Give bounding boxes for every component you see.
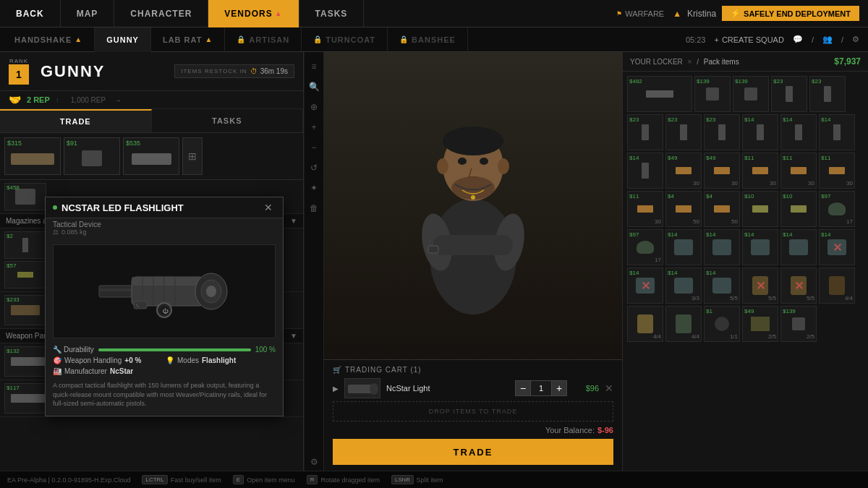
list-item[interactable]: $23 <box>771 76 807 112</box>
list-item[interactable]: $14 <box>665 229 702 265</box>
cart-remove-button[interactable]: ✕ <box>605 382 613 394</box>
list-item[interactable]: $91 <box>64 137 120 175</box>
list-item[interactable]: $23 <box>665 114 702 150</box>
stat-weapon-handling: 🎯 Weapon Handling +0 % <box>53 356 163 364</box>
tasks-button[interactable]: TASKS <box>299 0 365 27</box>
balance-label: Your Balance: <box>545 426 595 435</box>
list-item[interactable]: $482 <box>627 76 692 112</box>
list-item[interactable]: $23 <box>809 76 846 112</box>
list-item[interactable]: $11/1 <box>704 306 740 342</box>
qty-decrease-button[interactable]: − <box>515 380 531 396</box>
list-item[interactable]: 4/4 <box>819 267 855 304</box>
vendor-tab-handshake[interactable]: HANDSHAKE ▲ <box>3 27 95 52</box>
warfare-indicator: ⚑ WARFARE <box>616 9 664 18</box>
list-item[interactable]: $458 <box>4 183 46 210</box>
trade-button[interactable]: TRADE <box>333 439 613 465</box>
tool-move-button[interactable]: ✦ <box>305 179 323 197</box>
back-button[interactable]: BACK <box>0 0 61 27</box>
list-item[interactable]: $4930 <box>704 153 740 189</box>
list-item[interactable]: ✕ 5/5 <box>742 267 778 304</box>
svg-point-31 <box>370 383 378 395</box>
list-item[interactable]: $14 ✕ <box>819 229 855 265</box>
vendor-tab-banshee[interactable]: 🔒 BANSHEE <box>388 27 468 52</box>
tool-rotate-button[interactable]: ↺ <box>305 159 323 176</box>
cart-item-price: $96 <box>573 384 599 393</box>
list-item[interactable]: 4/4 <box>665 306 702 342</box>
cart-expand-icon[interactable]: ▶ <box>333 385 339 393</box>
grid-view-button[interactable]: ⊞ <box>182 137 203 175</box>
tool-bottom-button[interactable]: ⚙ <box>305 453 323 471</box>
vendor-tab-artisan[interactable]: 🔒 ARTISAN <box>225 27 302 52</box>
list-item[interactable]: $2 <box>4 231 46 259</box>
list-item[interactable]: $1130 <box>627 191 663 227</box>
list-item[interactable]: $450 <box>704 191 740 227</box>
time-display: 05:23 <box>686 35 706 44</box>
settings-icon[interactable]: ⚙ <box>852 35 859 44</box>
list-item[interactable]: $1130 <box>742 153 778 189</box>
list-item[interactable]: $1130 <box>819 153 855 189</box>
tool-zoom-button[interactable]: + <box>305 119 323 136</box>
tool-filter-button[interactable]: ⊕ <box>305 98 323 116</box>
list-item[interactable]: ✕ 5/5 <box>780 267 817 304</box>
vendor-tab-lab-rat[interactable]: LAB RAT ▲ <box>151 27 225 52</box>
qty-increase-button[interactable]: + <box>551 380 567 396</box>
lctrl-key: LCTRL <box>142 475 167 484</box>
list-item[interactable]: $1392/5 <box>780 306 817 342</box>
vendor-tab-turncoat[interactable]: 🔒 TURNCOAT <box>302 27 388 52</box>
handshake-warning-icon: ▲ <box>75 35 82 43</box>
flashlight-svg: ⏻ ⤡ <box>92 255 237 328</box>
list-item[interactable]: $57 <box>4 261 46 288</box>
list-item[interactable]: $14 <box>704 229 740 265</box>
tool-search-button[interactable]: 🔍 <box>305 78 323 95</box>
list-item[interactable]: $139 <box>694 76 731 112</box>
list-item[interactable]: $145/5 <box>704 267 740 304</box>
list-item[interactable]: $450 <box>665 191 702 227</box>
list-item[interactable]: $10 <box>742 191 778 227</box>
tool-view-button[interactable]: ≡ <box>305 58 323 75</box>
hint-open-menu: E Open item menu <box>233 475 295 484</box>
list-item[interactable]: $14 <box>742 229 778 265</box>
list-item[interactable]: $9717 <box>627 229 663 265</box>
list-item[interactable]: $492/5 <box>742 306 778 342</box>
list-item[interactable]: $14 <box>819 114 855 150</box>
svg-point-26 <box>458 158 467 165</box>
pistol-shape <box>744 87 757 100</box>
list-item[interactable]: $14 <box>780 114 817 150</box>
rank-badge: 1 <box>9 64 29 85</box>
vendors-button[interactable]: VENDORS ▲ <box>208 0 299 27</box>
friends-icon[interactable]: 👥 <box>822 35 833 44</box>
list-item[interactable]: $10 <box>780 191 817 227</box>
create-squad-button[interactable]: + CREATE SQUAD <box>714 35 783 44</box>
list-item[interactable]: $14 <box>742 114 778 150</box>
list-item[interactable]: 4/4 <box>627 306 663 342</box>
list-item[interactable]: $23 <box>704 114 740 150</box>
trade-tab[interactable]: TRADE <box>0 109 152 132</box>
list-item[interactable]: $315 <box>4 137 61 175</box>
banshee-lock-icon: 🔒 <box>399 35 409 43</box>
list-item[interactable]: $14 <box>780 229 817 265</box>
tooltip-close-button[interactable]: ✕ <box>261 202 276 213</box>
list-item[interactable]: $23 <box>627 114 663 150</box>
map-button[interactable]: MAP <box>61 0 115 27</box>
list-item[interactable]: $535 <box>123 137 179 175</box>
tasks-tab[interactable]: TASKS <box>152 109 304 132</box>
list-item[interactable]: $14 <box>627 153 663 189</box>
list-item[interactable]: $233 <box>4 295 46 325</box>
list-item[interactable]: $139 <box>733 76 769 112</box>
tool-trash-button[interactable]: 🗑 <box>305 200 323 217</box>
list-item[interactable]: $4930 <box>665 153 702 189</box>
character-button[interactable]: CHARACTER <box>114 0 208 27</box>
stat-modes: 💡 Modes Flashlight <box>166 356 276 364</box>
pack-items-link[interactable]: Pack items <box>704 58 739 66</box>
chat-icon[interactable]: 💬 <box>793 35 803 44</box>
vendor-tab-gunny[interactable]: GUNNY <box>95 27 151 52</box>
artisan-lock-icon: 🔒 <box>237 35 246 43</box>
top-navigation: BACK MAP CHARACTER VENDORS ▲ TASKS ⚑ WAR… <box>0 0 868 27</box>
safe-end-button[interactable]: ⚡ SAFELY END DEPLOYMENT <box>722 6 859 21</box>
tool-minus-button[interactable]: − <box>305 139 323 156</box>
list-item[interactable]: $14 ✕ <box>627 267 663 304</box>
r-key: R <box>307 475 318 484</box>
list-item[interactable]: $1130 <box>780 153 817 189</box>
list-item[interactable]: $143/3 <box>665 267 702 304</box>
list-item[interactable]: $9717 <box>819 191 855 227</box>
